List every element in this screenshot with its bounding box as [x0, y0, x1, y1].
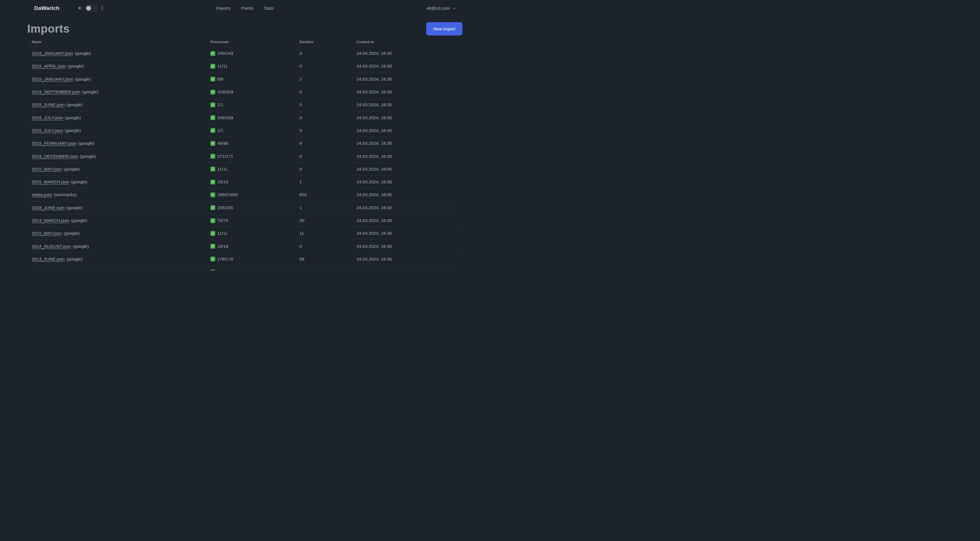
created-at-value: 24.03.2024, 18:30 [352, 201, 463, 214]
processed-count: 271/271 [217, 154, 233, 159]
created-at-value [352, 266, 463, 270]
import-file-link[interactable]: 2015_MAY.json [32, 231, 62, 236]
created-at-value: 24.03.2024, 18:30 [352, 240, 463, 252]
theme-toggle-knob [86, 6, 91, 11]
import-file-link[interactable]: 2015_MAY.json [32, 167, 62, 172]
doubles-value: 0 [295, 240, 352, 252]
processed-count: 11/11 [217, 231, 228, 236]
import-file-link[interactable]: 2015_APRIL.json [32, 64, 66, 69]
main-content: Imports New import Name Processed Double… [0, 22, 490, 270]
import-file-link[interactable]: 2018_JUNE.json [32, 205, 65, 210]
processed-count: 15/15 [217, 179, 228, 185]
processed-cell: ✓ 271/271 [206, 150, 295, 162]
table-row: 2019_SEPTEMBER.json (google) ✓ 329/329 0… [27, 86, 463, 99]
new-import-button[interactable]: New import [426, 22, 463, 35]
import-file-link[interactable]: 2019_DECEMBER.json [32, 154, 78, 159]
navbar: DaWarIch ☀ ☾ Imports Points Stats ab@cd.… [0, 0, 490, 16]
title-row: Imports New import [27, 22, 463, 35]
import-source-label: (google) [75, 77, 91, 82]
import-file-link[interactable]: 2015_JUNE.json [32, 102, 65, 107]
check-icon: ✓ [210, 231, 215, 236]
chevron-down-icon [453, 6, 456, 9]
name-cell: 2015_JULY.json (google) [27, 124, 206, 137]
processed-cell: ✓ 11/11 [206, 163, 295, 176]
name-cell: 2015_MAY.json (google) [27, 163, 206, 176]
table-row: 2015_MARCH.json (google) ✓ 15/15 1 24.03… [27, 176, 463, 188]
check-icon: ✓ [210, 244, 215, 249]
brand-logo[interactable]: DaWarIch [34, 5, 60, 11]
name-cell: 2015_MARCH.json (google) [27, 176, 206, 188]
created-at-value: 24.03.2024, 18:30 [352, 99, 463, 111]
doubles-value [295, 266, 352, 270]
table-row: 2015_APRIL.json (google) ✓ 11/11 0 24.03… [27, 60, 463, 73]
table-row: odata.json (owntracks) ✓ 1665/1665 820 2… [27, 188, 463, 201]
check-icon: ✓ [210, 128, 215, 133]
processed-count: 249/249 [217, 51, 233, 56]
doubles-value: 820 [295, 188, 352, 201]
import-source-label: (google) [64, 231, 80, 236]
created-at-value: 24.03.2024, 18:30 [352, 124, 463, 137]
table-row: 2018_JANUARY.json (google) ✓ 249/249 0 2… [27, 47, 463, 60]
check-icon: ✓ [210, 167, 215, 171]
processed-cell: ✓ 18/18 [206, 240, 295, 252]
table-body: 2018_JANUARY.json (google) ✓ 249/249 0 2… [27, 47, 463, 270]
check-icon: ✓ [210, 77, 215, 81]
nav-link-stats[interactable]: Stats [264, 6, 274, 11]
created-at-value: 24.03.2024, 18:30 [352, 60, 463, 72]
check-icon: ✓ [210, 102, 215, 107]
name-cell: 2015_JANUARY.json (google) [27, 73, 206, 85]
processed-cell: ✓ 1/1 [206, 124, 295, 137]
import-file-link[interactable]: 2015_JANUARY.json [32, 77, 73, 82]
import-source-label: (google) [68, 64, 84, 69]
name-cell: 2015_MAY.json (google) [27, 227, 206, 239]
processed-cell: ✓ 11/11 [206, 227, 295, 239]
import-source-label: (owntracks) [54, 192, 76, 197]
table-row: 2019_DECEMBER.json (google) ✓ 271/271 0 … [27, 150, 463, 163]
user-menu[interactable]: ab@cd.com [426, 6, 455, 11]
import-file-link[interactable]: 2018_JULY.json [32, 115, 63, 120]
nav-link-points[interactable]: Points [241, 6, 253, 11]
processed-cell: ✓ 8/8 [206, 73, 295, 85]
import-source-label: (google) [66, 205, 83, 210]
processed-cell: ✓ 339/339 [206, 111, 295, 124]
check-icon: ✓ [210, 154, 215, 159]
check-icon: ✓ [210, 115, 215, 120]
name-cell: 2015_FEBRUARY.json (google) [27, 137, 206, 150]
table-row: 2013_JUNE.json (google) ✓ 178/178 59 24.… [27, 253, 463, 266]
created-at-value: 24.03.2024, 18:30 [352, 227, 463, 239]
import-file-link[interactable]: odata.json [32, 192, 52, 197]
doubles-value: 0 [295, 86, 352, 98]
created-at-value: 24.03.2024, 18:30 [352, 137, 463, 150]
name-cell: 2015_JUNE.json (google) [27, 99, 206, 111]
column-header-created-at: Created at [352, 37, 463, 47]
doubles-value: 0 [295, 99, 352, 111]
name-cell: 2018_JUNE.json (google) [27, 201, 206, 214]
processed-cell: ✓ [206, 266, 295, 270]
import-file-link[interactable]: 2015_FEBRUARY.json [32, 141, 76, 146]
sun-icon: ☀ [77, 6, 82, 11]
processed-count: 11/11 [217, 64, 228, 69]
processed-count: 11/11 [217, 167, 228, 172]
doubles-value: 11 [295, 227, 352, 239]
import-source-label: (google) [80, 154, 96, 159]
created-at-value: 24.03.2024, 18:30 [352, 86, 463, 98]
import-file-link[interactable]: 2013_MARCH.json [32, 218, 70, 223]
table-row: 2015_MAY.json (google) ✓ 11/11 11 24.03.… [27, 227, 463, 240]
theme-toggle[interactable] [85, 5, 98, 12]
import-file-link[interactable]: 2013_JUNE.json [32, 257, 65, 262]
nav-link-imports[interactable]: Imports [216, 6, 231, 11]
import-file-link[interactable]: 2014_AUGUST.json [32, 244, 71, 249]
doubles-value: 1 [295, 176, 352, 188]
import-file-link[interactable]: 2018_JANUARY.json [32, 51, 73, 56]
column-header-name: Name [27, 37, 206, 47]
column-header-processed: Processed [206, 37, 295, 47]
import-file-link[interactable]: 2015_MARCH.json [32, 179, 70, 185]
import-file-link[interactable]: 2019_SEPTEMBER.json [32, 89, 80, 94]
import-file-link[interactable]: 2015_JULY.json [32, 128, 63, 133]
created-at-value: 24.03.2024, 18:05 [352, 188, 463, 201]
name-cell: 2019_DECEMBER.json (google) [27, 150, 206, 162]
doubles-value: 0 [295, 47, 352, 60]
doubles-value: 0 [295, 124, 352, 137]
moon-icon: ☾ [101, 6, 105, 11]
import-source-label: (google) [64, 167, 80, 172]
